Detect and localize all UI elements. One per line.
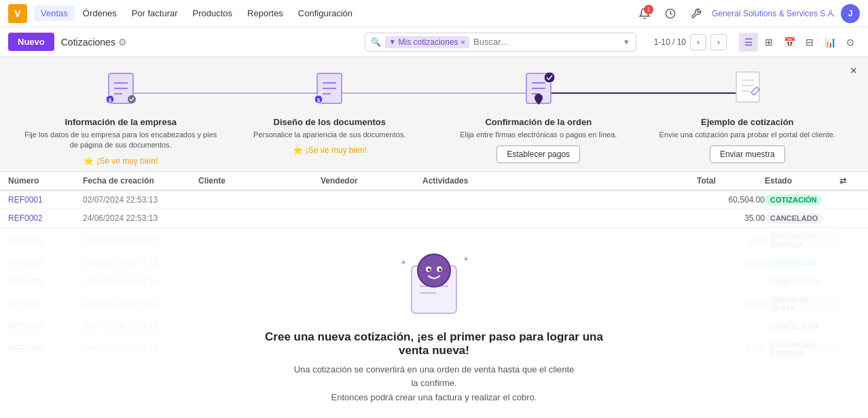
cell-number: REF0007 [8,321,83,331]
cell-total: 10.00 [697,258,765,268]
nav-productos[interactable]: Productos [186,5,240,21]
filter-close-icon[interactable]: × [461,38,465,46]
view-pivot-button[interactable]: ⊟ [800,33,819,52]
table-row[interactable]: REF0007 25/07/2024 20:53:13 Cancelado [0,317,868,336]
pagination-prev[interactable]: ‹ [690,34,706,50]
view-buttons: ☰ ⊞ 📅 ⊟ 📊 ⊙ [739,33,860,52]
cell-total: 30.00 [697,299,765,309]
view-chart-button[interactable]: 📊 [820,33,839,52]
empty-state-line2: Entonces podrá crear una factura y reali… [331,391,537,405]
table-row[interactable]: REF0005 26/05/2024 14:53:13 Cancelado [0,273,868,291]
cell-status: Cotización [765,194,839,205]
step3-desc: Elija entre firmas electrónicas o pagos … [460,130,617,140]
filter-tag[interactable]: ▼ Mis cotizaciones × [385,36,469,48]
table-row[interactable]: REF0004 08/05/2024 12:53:13 10.00 Cotiza… [0,254,868,273]
cell-status: Cancelado [765,276,839,287]
col-actividades: Actividades [422,176,697,186]
search-icon: 🔍 [371,37,381,47]
cell-number: REF0004 [8,258,83,268]
step2-title: Diseño de los documentos [274,117,386,127]
step2-status-icon: ⭐ [293,145,303,155]
cell-date: 04/07/2024 16:53:13 [83,344,198,353]
step1-desc: Fije los datos de su empresa para los en… [23,130,219,151]
step2-status: ⭐ ¡Se ve muy bien! [293,145,367,155]
steps-container: $ Información de la empresa Fije los dat… [16,68,852,171]
wrench-icon-button[interactable] [686,3,706,24]
step3-button[interactable]: Establecer pagos [496,145,580,163]
notification-button[interactable]: 1 [634,3,655,24]
nav-ventas[interactable]: Ventas [34,5,75,21]
pagination-next[interactable]: › [710,34,727,50]
cell-date: 24/06/2024 22:53:13 [83,213,198,223]
col-numero: Número [8,176,83,186]
topbar-right: 1 General Solutions & Services S.A. J [634,3,860,24]
user-avatar[interactable]: J [841,4,860,23]
nav-reportes[interactable]: Reportes [240,5,290,21]
cell-date: 18/05/2024 11:53:13 [83,236,198,245]
step4-title: Ejemplo de cotización [701,117,794,127]
search-dropdown-icon[interactable]: ▾ [623,37,630,47]
filter-icon: ▼ [389,38,396,46]
cell-date: 02/07/2024 22:53:13 [83,195,198,205]
subbar: Nuevo Cotizaciones ⚙ 🔍 ▼ Mis cotizacione… [0,27,868,57]
pagination-info: 1-10 / 10 ‹ › [654,34,727,50]
table-row[interactable]: REF0001 02/07/2024 22:53:13 60,504.00 Co… [0,191,868,209]
step-company-info: $ Información de la empresa Fije los dat… [16,68,225,166]
banner-close-button[interactable]: × [850,64,857,78]
company-name[interactable]: General Solutions & Services S.A. [712,9,835,18]
cell-number: REF0003 [8,236,83,245]
table-row[interactable]: REF0002 24/06/2024 22:53:13 35.00 Cancel… [0,209,868,228]
svg-rect-19 [736,72,759,102]
clock-icon-button[interactable] [660,3,681,24]
empty-state-line1: Una cotización se convertirá en una orde… [291,363,577,391]
step2-desc: Personalice la apariencia de sus documen… [253,130,405,140]
cell-number: REF0008 [8,344,83,353]
cell-number: REF0001 [8,195,83,205]
table-row[interactable]: REF0006 16/05/2024 05:53:13 30.00 Orden … [0,291,868,317]
col-estado: Estado [765,176,839,186]
cell-status: Cancelado [765,213,839,224]
col-fecha: Fecha de creación [83,176,198,186]
table-row[interactable]: REF0008 04/07/2024 16:53:13 30.00 Cotiza… [0,336,868,362]
col-cliente: Cliente [198,176,321,186]
view-list-button[interactable]: ☰ [739,33,758,52]
step4-icon [725,68,769,111]
cell-number: REF0006 [8,299,83,309]
svg-text:$: $ [317,97,321,103]
main-nav: Ventas Órdenes Por facturar Productos Re… [34,5,359,21]
nav-configuracion[interactable]: Configuración [291,5,359,21]
step1-icon: $ [99,68,143,111]
new-button[interactable]: Nuevo [8,33,54,51]
search-input[interactable] [473,37,619,47]
nav-porfacturar[interactable]: Por facturar [125,5,185,21]
cell-number: REF0002 [8,213,83,223]
col-vendedor: Vendedor [321,176,422,186]
view-settings-button[interactable]: ⊙ [841,33,860,52]
cell-total: 35.00 [697,213,765,223]
svg-text:$: $ [109,97,112,103]
content-area: Número Fecha de creación Cliente Vendedo… [0,172,868,418]
cell-status: Orden de venta [765,294,839,313]
table-row[interactable]: REF0003 18/05/2024 11:53:13 0.00 Cotizac… [0,228,868,254]
cell-date: 16/05/2024 05:53:13 [83,299,198,309]
search-bar: 🔍 ▼ Mis cotizaciones × ▾ [365,33,636,52]
cell-total: 60,504.00 [697,195,765,205]
view-calendar-button[interactable]: 📅 [780,33,799,52]
step3-title: Confirmación de la orden [485,117,592,127]
cell-status: Cotización [765,258,839,268]
step3-icon [517,68,560,111]
step2-icon: $ [308,68,351,111]
nav-ordenes[interactable]: Órdenes [76,5,124,21]
col-total: Total [697,176,765,186]
col-settings[interactable]: ⇄ [839,176,860,186]
page-title: Cotizaciones ⚙ [61,37,127,48]
cell-status: Cotización enviada [765,231,839,250]
step4-button[interactable]: Enviar muestra [710,145,785,163]
cell-number: REF0005 [8,277,83,286]
table-header: Número Fecha de creación Cliente Vendedo… [0,172,868,191]
step1-status-icon: ⭐ [84,156,94,166]
cell-total: 0.00 [697,236,765,245]
settings-icon[interactable]: ⚙ [118,37,127,48]
notification-badge: 1 [644,5,653,14]
view-kanban-button[interactable]: ⊞ [759,33,778,52]
